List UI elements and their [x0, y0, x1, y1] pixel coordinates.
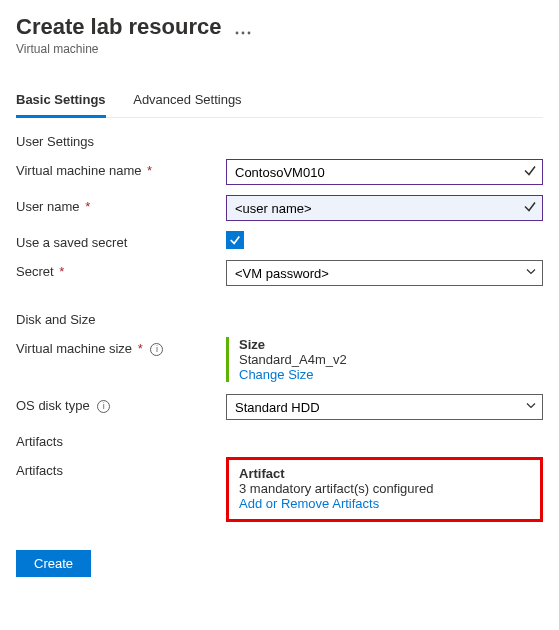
- svg-point-0: [236, 32, 239, 35]
- svg-point-2: [248, 32, 251, 35]
- vm-size-value: Standard_A4m_v2: [239, 352, 543, 367]
- tab-basic-settings[interactable]: Basic Settings: [16, 84, 106, 118]
- secret-select[interactable]: [226, 260, 543, 286]
- vm-name-input[interactable]: [226, 159, 543, 185]
- svg-point-1: [242, 32, 245, 35]
- artifact-status: 3 mandatory artifact(s) configured: [239, 481, 532, 496]
- label-os-disk: OS disk type: [16, 398, 90, 413]
- add-remove-artifacts-link[interactable]: Add or Remove Artifacts: [239, 496, 532, 511]
- label-secret: Secret: [16, 264, 54, 279]
- required-indicator: *: [82, 199, 91, 214]
- artifact-highlight-box: Artifact 3 mandatory artifact(s) configu…: [226, 457, 543, 522]
- info-icon[interactable]: i: [97, 400, 110, 413]
- artifact-heading: Artifact: [239, 466, 532, 481]
- tab-advanced-settings[interactable]: Advanced Settings: [133, 84, 241, 115]
- label-saved-secret: Use a saved secret: [16, 235, 127, 250]
- section-user-settings: User Settings: [16, 134, 543, 149]
- tab-bar: Basic Settings Advanced Settings: [16, 84, 543, 118]
- required-indicator: *: [134, 341, 143, 356]
- page-subtitle: Virtual machine: [16, 42, 543, 56]
- label-artifacts: Artifacts: [16, 463, 63, 478]
- vm-size-heading: Size: [239, 337, 543, 352]
- label-user-name: User name: [16, 199, 80, 214]
- label-vm-name: Virtual machine name: [16, 163, 142, 178]
- required-indicator: *: [144, 163, 153, 178]
- more-icon[interactable]: [235, 23, 251, 38]
- os-disk-select[interactable]: [226, 394, 543, 420]
- required-indicator: *: [56, 264, 65, 279]
- label-vm-size: Virtual machine size: [16, 341, 132, 356]
- saved-secret-checkbox[interactable]: [226, 231, 244, 249]
- page-title: Create lab resource: [16, 14, 221, 40]
- info-icon[interactable]: i: [150, 343, 163, 356]
- user-name-input[interactable]: [226, 195, 543, 221]
- section-disk-size: Disk and Size: [16, 312, 543, 327]
- section-artifacts: Artifacts: [16, 434, 543, 449]
- create-button[interactable]: Create: [16, 550, 91, 577]
- change-size-link[interactable]: Change Size: [239, 367, 543, 382]
